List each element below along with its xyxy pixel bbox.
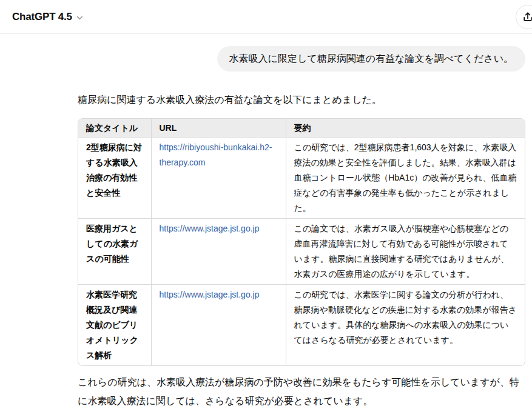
- column-header-title: 論文タイトル: [78, 119, 151, 138]
- paper-title: 2型糖尿病に対する水素吸入治療の有効性と安全性: [78, 138, 151, 219]
- paper-url-cell: https://ribiyoushi-bunkakai.h2-therapy.c…: [151, 138, 286, 219]
- chevron-down-icon: [75, 13, 84, 22]
- column-header-summary: 要約: [286, 119, 525, 138]
- paper-url-cell: https://www.jstage.jst.go.jp: [151, 219, 286, 285]
- paper-url-link[interactable]: https://ribiyoushi-bunkakai.h2-therapy.c…: [160, 142, 272, 167]
- top-bar: ChatGPT 4.5: [0, 0, 532, 34]
- table-row: 水素医学研究概況及び関連文献のビブリオメトリックス解析 https://www.…: [78, 285, 525, 366]
- table-row: 医療用ガスとしての水素ガスの可能性 https://www.jstage.jst…: [78, 219, 525, 285]
- paper-url-cell: https://www.jstage.jst.go.jp: [151, 285, 286, 366]
- user-message-bubble: 水素吸入に限定して糖尿病関連の有益な論文を調べてください。: [217, 46, 526, 72]
- table-header-row: 論文タイトル URL 要約: [78, 119, 525, 138]
- paper-title: 水素医学研究概況及び関連文献のビブリオメトリックス解析: [78, 285, 151, 366]
- assistant-closing-text: これらの研究は、水素吸入療法が糖尿病の予防や改善に効果をもたらす可能性を示してい…: [78, 373, 525, 406]
- paper-summary: この論文では、水素ガス吸入が脳梗塞や心筋梗塞などの虚血再灌流障害に対して有効であ…: [286, 219, 525, 285]
- paper-summary: この研究では、2型糖尿病患者1,603人を対象に、水素吸入療法の効果と安全性を評…: [286, 138, 525, 219]
- table-row: 2型糖尿病に対する水素吸入治療の有効性と安全性 https://ribiyous…: [78, 138, 525, 219]
- paper-url-link[interactable]: https://www.jstage.jst.go.jp: [160, 224, 260, 233]
- assistant-intro-text: 糖尿病に関連する水素吸入療法の有益な論文を以下にまとめました。: [78, 92, 525, 108]
- user-message-row: 水素吸入に限定して糖尿病関連の有益な論文を調べてください。: [78, 46, 525, 72]
- papers-table: 論文タイトル URL 要約 2型糖尿病に対する水素吸入治療の有効性と安全性 ht…: [78, 118, 525, 366]
- paper-title: 医療用ガスとしての水素ガスの可能性: [78, 219, 151, 285]
- column-header-url: URL: [151, 119, 286, 138]
- paper-url-link[interactable]: https://www.jstage.jst.go.jp: [160, 290, 260, 299]
- share-upload-icon: [522, 11, 532, 23]
- model-label: ChatGPT 4.5: [12, 11, 72, 23]
- model-switcher[interactable]: ChatGPT 4.5: [12, 11, 84, 23]
- paper-summary: この研究では、水素医学に関する論文の分析が行われ、糖尿病や動脈硬化などの疾患に対…: [286, 285, 525, 366]
- conversation-column: 水素吸入に限定して糖尿病関連の有益な論文を調べてください。 糖尿病に関連する水素…: [78, 46, 525, 406]
- share-button[interactable]: [516, 5, 532, 29]
